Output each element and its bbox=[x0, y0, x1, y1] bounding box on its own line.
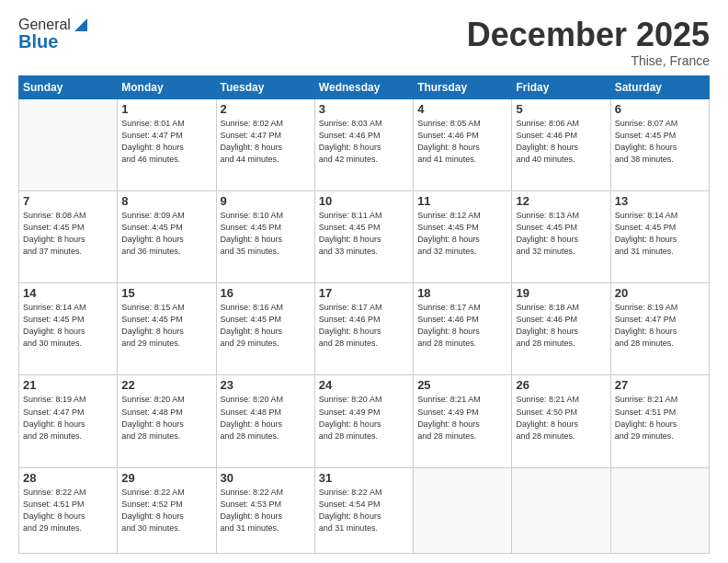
calendar-header-sunday: Sunday bbox=[19, 75, 118, 98]
cell-info: Sunrise: 8:19 AM Sunset: 4:47 PM Dayligh… bbox=[615, 302, 705, 350]
calendar-cell: 28Sunrise: 8:22 AM Sunset: 4:51 PM Dayli… bbox=[19, 467, 118, 553]
calendar-cell: 21Sunrise: 8:19 AM Sunset: 4:47 PM Dayli… bbox=[19, 375, 118, 467]
cell-info: Sunrise: 8:08 AM Sunset: 4:45 PM Dayligh… bbox=[23, 210, 113, 258]
calendar-week-row: 28Sunrise: 8:22 AM Sunset: 4:51 PM Dayli… bbox=[19, 467, 710, 553]
calendar-header-tuesday: Tuesday bbox=[216, 75, 314, 98]
cell-info: Sunrise: 8:22 AM Sunset: 4:52 PM Dayligh… bbox=[121, 487, 211, 534]
calendar-cell: 17Sunrise: 8:17 AM Sunset: 4:46 PM Dayli… bbox=[314, 283, 413, 375]
cell-info: Sunrise: 8:19 AM Sunset: 4:47 PM Dayligh… bbox=[23, 394, 113, 442]
day-number: 29 bbox=[121, 471, 211, 485]
day-number: 8 bbox=[121, 194, 211, 208]
cell-info: Sunrise: 8:22 AM Sunset: 4:53 PM Dayligh… bbox=[221, 487, 311, 534]
calendar-cell: 31Sunrise: 8:22 AM Sunset: 4:54 PM Dayli… bbox=[314, 467, 413, 553]
cell-info: Sunrise: 8:01 AM Sunset: 4:47 PM Dayligh… bbox=[121, 118, 211, 166]
day-number: 13 bbox=[615, 194, 705, 208]
calendar-cell: 8Sunrise: 8:09 AM Sunset: 4:45 PM Daylig… bbox=[118, 190, 216, 282]
cell-info: Sunrise: 8:20 AM Sunset: 4:48 PM Dayligh… bbox=[221, 394, 311, 442]
day-number: 20 bbox=[615, 286, 705, 300]
day-number: 30 bbox=[221, 471, 311, 485]
day-number: 6 bbox=[615, 102, 705, 116]
day-number: 22 bbox=[121, 378, 211, 392]
calendar-cell: 1Sunrise: 8:01 AM Sunset: 4:47 PM Daylig… bbox=[118, 98, 216, 190]
cell-info: Sunrise: 8:09 AM Sunset: 4:45 PM Dayligh… bbox=[121, 210, 211, 258]
logo-triangle-icon bbox=[73, 17, 89, 33]
calendar-cell: 6Sunrise: 8:07 AM Sunset: 4:45 PM Daylig… bbox=[610, 98, 709, 190]
day-number: 19 bbox=[516, 286, 606, 300]
calendar-header-friday: Friday bbox=[512, 75, 610, 98]
cell-info: Sunrise: 8:13 AM Sunset: 4:45 PM Dayligh… bbox=[516, 210, 606, 258]
day-number: 11 bbox=[417, 194, 507, 208]
cell-info: Sunrise: 8:14 AM Sunset: 4:45 PM Dayligh… bbox=[615, 210, 705, 258]
cell-info: Sunrise: 8:03 AM Sunset: 4:46 PM Dayligh… bbox=[319, 118, 409, 166]
day-number: 24 bbox=[319, 378, 409, 392]
day-number: 2 bbox=[221, 102, 311, 116]
day-number: 5 bbox=[516, 102, 606, 116]
calendar-cell: 30Sunrise: 8:22 AM Sunset: 4:53 PM Dayli… bbox=[216, 467, 314, 553]
month-title: December 2025 bbox=[467, 17, 710, 53]
cell-info: Sunrise: 8:20 AM Sunset: 4:48 PM Dayligh… bbox=[121, 394, 211, 442]
calendar-week-row: 7Sunrise: 8:08 AM Sunset: 4:45 PM Daylig… bbox=[19, 190, 710, 282]
calendar-cell: 20Sunrise: 8:19 AM Sunset: 4:47 PM Dayli… bbox=[610, 283, 709, 375]
cell-info: Sunrise: 8:22 AM Sunset: 4:51 PM Dayligh… bbox=[23, 487, 113, 534]
calendar-cell: 9Sunrise: 8:10 AM Sunset: 4:45 PM Daylig… bbox=[216, 190, 314, 282]
day-number: 3 bbox=[319, 102, 409, 116]
calendar-cell bbox=[610, 467, 709, 553]
calendar-cell: 14Sunrise: 8:14 AM Sunset: 4:45 PM Dayli… bbox=[19, 283, 118, 375]
cell-info: Sunrise: 8:18 AM Sunset: 4:46 PM Dayligh… bbox=[516, 302, 606, 350]
cell-info: Sunrise: 8:17 AM Sunset: 4:46 PM Dayligh… bbox=[417, 302, 507, 350]
calendar-cell: 27Sunrise: 8:21 AM Sunset: 4:51 PM Dayli… bbox=[610, 375, 709, 467]
calendar-cell: 10Sunrise: 8:11 AM Sunset: 4:45 PM Dayli… bbox=[314, 190, 413, 282]
calendar-header-monday: Monday bbox=[118, 75, 216, 98]
calendar-cell: 16Sunrise: 8:16 AM Sunset: 4:45 PM Dayli… bbox=[216, 283, 314, 375]
day-number: 26 bbox=[516, 378, 606, 392]
calendar-cell bbox=[19, 98, 118, 190]
page: General Blue December 2025 Thise, France… bbox=[0, 0, 728, 563]
day-number: 4 bbox=[417, 102, 507, 116]
header: General Blue December 2025 Thise, France bbox=[18, 17, 710, 68]
cell-info: Sunrise: 8:12 AM Sunset: 4:45 PM Dayligh… bbox=[417, 210, 507, 258]
cell-info: Sunrise: 8:21 AM Sunset: 4:49 PM Dayligh… bbox=[417, 394, 507, 442]
day-number: 12 bbox=[516, 194, 606, 208]
day-number: 10 bbox=[319, 194, 409, 208]
day-number: 31 bbox=[319, 471, 409, 485]
cell-info: Sunrise: 8:02 AM Sunset: 4:47 PM Dayligh… bbox=[221, 118, 311, 166]
cell-info: Sunrise: 8:21 AM Sunset: 4:50 PM Dayligh… bbox=[516, 394, 606, 442]
cell-info: Sunrise: 8:07 AM Sunset: 4:45 PM Dayligh… bbox=[615, 118, 705, 166]
cell-info: Sunrise: 8:14 AM Sunset: 4:45 PM Dayligh… bbox=[23, 302, 113, 350]
logo-blue-text: Blue bbox=[18, 31, 58, 52]
calendar-cell: 29Sunrise: 8:22 AM Sunset: 4:52 PM Dayli… bbox=[118, 467, 216, 553]
calendar-cell: 22Sunrise: 8:20 AM Sunset: 4:48 PM Dayli… bbox=[118, 375, 216, 467]
calendar-cell: 12Sunrise: 8:13 AM Sunset: 4:45 PM Dayli… bbox=[512, 190, 610, 282]
day-number: 28 bbox=[23, 471, 113, 485]
calendar-week-row: 1Sunrise: 8:01 AM Sunset: 4:47 PM Daylig… bbox=[19, 98, 710, 190]
calendar-week-row: 14Sunrise: 8:14 AM Sunset: 4:45 PM Dayli… bbox=[19, 283, 710, 375]
day-number: 16 bbox=[221, 286, 311, 300]
calendar-cell: 2Sunrise: 8:02 AM Sunset: 4:47 PM Daylig… bbox=[216, 98, 314, 190]
calendar-cell: 15Sunrise: 8:15 AM Sunset: 4:45 PM Dayli… bbox=[118, 283, 216, 375]
calendar-cell: 23Sunrise: 8:20 AM Sunset: 4:48 PM Dayli… bbox=[216, 375, 314, 467]
cell-info: Sunrise: 8:16 AM Sunset: 4:45 PM Dayligh… bbox=[221, 302, 311, 350]
svg-marker-0 bbox=[74, 18, 87, 31]
day-number: 14 bbox=[23, 286, 113, 300]
cell-info: Sunrise: 8:11 AM Sunset: 4:45 PM Dayligh… bbox=[319, 210, 409, 258]
cell-info: Sunrise: 8:15 AM Sunset: 4:45 PM Dayligh… bbox=[121, 302, 211, 350]
calendar-cell: 25Sunrise: 8:21 AM Sunset: 4:49 PM Dayli… bbox=[414, 375, 512, 467]
day-number: 1 bbox=[121, 102, 211, 116]
location: Thise, France bbox=[467, 53, 710, 68]
day-number: 9 bbox=[221, 194, 311, 208]
cell-info: Sunrise: 8:22 AM Sunset: 4:54 PM Dayligh… bbox=[319, 487, 409, 534]
day-number: 21 bbox=[23, 378, 113, 392]
cell-info: Sunrise: 8:21 AM Sunset: 4:51 PM Dayligh… bbox=[615, 394, 705, 442]
day-number: 18 bbox=[417, 286, 507, 300]
calendar-cell bbox=[414, 467, 512, 553]
cell-info: Sunrise: 8:10 AM Sunset: 4:45 PM Dayligh… bbox=[221, 210, 311, 258]
calendar-cell: 4Sunrise: 8:05 AM Sunset: 4:46 PM Daylig… bbox=[414, 98, 512, 190]
calendar-header-wednesday: Wednesday bbox=[314, 75, 413, 98]
day-number: 27 bbox=[615, 378, 705, 392]
calendar-cell: 3Sunrise: 8:03 AM Sunset: 4:46 PM Daylig… bbox=[314, 98, 413, 190]
logo: General Blue bbox=[18, 17, 89, 52]
calendar-cell bbox=[512, 467, 610, 553]
calendar-cell: 13Sunrise: 8:14 AM Sunset: 4:45 PM Dayli… bbox=[610, 190, 709, 282]
day-number: 23 bbox=[221, 378, 311, 392]
calendar-week-row: 21Sunrise: 8:19 AM Sunset: 4:47 PM Dayli… bbox=[19, 375, 710, 467]
